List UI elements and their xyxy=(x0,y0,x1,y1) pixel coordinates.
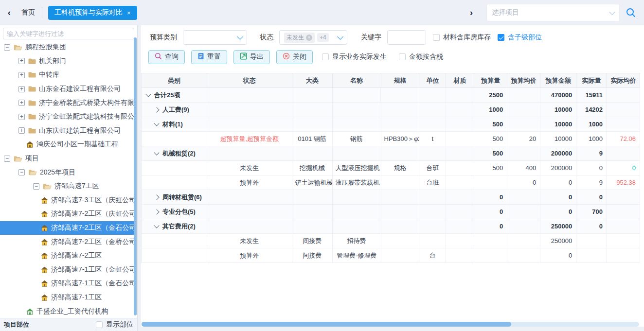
group-row[interactable]: 合计25项250047000015911 xyxy=(142,88,640,103)
tree-item[interactable]: −项目 xyxy=(0,152,134,166)
sidebar-footer: 项目部位 显示部位 xyxy=(0,318,137,331)
close-button[interactable]: 关闭 xyxy=(276,50,313,64)
expand-icon[interactable]: + xyxy=(18,86,25,92)
group-row[interactable]: 机械租赁(2)5002000009 xyxy=(142,146,640,161)
tree-item[interactable]: 千盛企业_工资代付机构 xyxy=(0,304,134,317)
tree-item[interactable]: 济邹高速7-2工区 xyxy=(0,249,134,263)
tree-scrollbar[interactable] xyxy=(134,37,137,315)
group-row[interactable]: 人工费(9)10001000014202 xyxy=(142,103,640,117)
tree-item[interactable]: +山东金石建设工程有限公司 xyxy=(0,82,134,96)
tab-close-icon[interactable]: × xyxy=(127,9,131,17)
export-button[interactable]: 导出 xyxy=(233,50,270,64)
tab-active-budget-comparison[interactable]: 工料机预算与实际对比 × xyxy=(48,6,137,20)
tree-item[interactable]: −2025年项目 xyxy=(0,165,134,179)
nav-back-icon[interactable]: ‹ xyxy=(4,7,15,18)
column-header-category[interactable]: 类别 xyxy=(142,73,207,88)
search-icon[interactable] xyxy=(626,7,636,18)
tag-close-icon[interactable]: × xyxy=(306,35,312,41)
tree-item[interactable]: +中转库 xyxy=(0,68,134,82)
table-row[interactable]: 预算外铲土运输机械液压履带装载机台班009952.38 xyxy=(142,175,640,190)
collapse-row-icon[interactable] xyxy=(145,91,151,97)
expand-row-icon[interactable] xyxy=(154,209,159,214)
column-header-budgetQty[interactable]: 预算量 xyxy=(474,73,507,88)
tree-item[interactable]: 济邹高速7-2工区（庆虹公司） xyxy=(0,207,134,221)
collapse-icon[interactable]: − xyxy=(4,44,10,51)
column-header-budgetPrice[interactable]: 预算均价 xyxy=(507,73,540,88)
tree-item[interactable]: 济邹高速7-1工区 xyxy=(0,291,134,305)
expand-row-icon[interactable] xyxy=(154,194,159,200)
column-header-majorClass[interactable]: 大类 xyxy=(292,73,333,88)
tree-item[interactable]: 济邹高速7-1工区（金石公司） xyxy=(0,277,134,291)
group-row[interactable]: 周转材租赁(6)000 xyxy=(142,190,640,205)
material-stock-checkbox[interactable] xyxy=(433,34,440,41)
amount-with-tax-checkbox[interactable] xyxy=(399,53,406,60)
collapse-icon[interactable]: − xyxy=(33,183,39,190)
show-parts-checkbox[interactable] xyxy=(96,321,103,328)
reset-button[interactable]: 重置 xyxy=(191,50,227,64)
column-header-budgetAmount[interactable]: 预算金额 xyxy=(540,73,576,88)
status-select[interactable]: 未发生 × +4 xyxy=(279,30,347,45)
column-header-status[interactable]: 状态 xyxy=(207,73,292,88)
cell-unit: 台 xyxy=(419,248,446,263)
expand-row-icon[interactable] xyxy=(154,107,159,112)
column-header-name[interactable]: 名称 xyxy=(333,73,381,88)
column-header-actualPrice[interactable]: 实际均价 xyxy=(607,73,640,88)
tree-item-label: 鹏程控股集团 xyxy=(25,43,66,52)
tree-item[interactable]: 济邹高速7-2工区（金桥公司） xyxy=(0,235,134,249)
budget-category-select[interactable] xyxy=(183,30,247,45)
group-row[interactable]: 材料(1)500100001000 xyxy=(142,117,640,132)
expand-icon[interactable]: + xyxy=(18,127,25,134)
panel-splitter[interactable] xyxy=(138,25,141,331)
query-button[interactable]: 查询 xyxy=(148,50,185,64)
horizontal-scrollbar-thumb[interactable] xyxy=(142,322,511,327)
tree-item-label: 济邹高速7-3工区（庆虹公司） xyxy=(51,196,134,205)
tree-item[interactable]: +济宁金虹装配式建筑科技有限公司 xyxy=(0,110,134,124)
tree-item[interactable]: 济邹高速7-2工区（金石公司） xyxy=(0,221,134,235)
collapse-row-icon[interactable] xyxy=(154,223,159,228)
column-header-spec[interactable]: 规格 xyxy=(381,73,420,88)
tree-item[interactable]: −济邹高速7工区 xyxy=(0,179,134,193)
tree-item[interactable]: −鹏程控股集团 xyxy=(0,40,134,54)
collapse-row-icon[interactable] xyxy=(154,121,159,126)
expand-icon[interactable]: + xyxy=(18,114,25,120)
cell-status: 未发生 xyxy=(207,161,292,175)
table-row[interactable]: 预算外间接费管理费-修理费台0 xyxy=(142,248,640,263)
table-row[interactable]: 未发生间接费招待费250000 xyxy=(142,234,640,248)
cell-budgetPrice xyxy=(507,248,540,263)
expand-icon[interactable]: + xyxy=(18,100,25,106)
column-header-unit[interactable]: 单位 xyxy=(419,73,446,88)
column-header-material[interactable]: 材质 xyxy=(446,73,474,88)
tab-home[interactable]: 首页 xyxy=(21,8,35,17)
cell-majorClass xyxy=(292,146,333,161)
cell-budgetPrice: 20 xyxy=(507,132,540,146)
collapse-icon[interactable]: − xyxy=(18,169,25,175)
show-business-actual-checkbox[interactable] xyxy=(322,53,329,60)
cell-actualQty: 1000 xyxy=(576,117,607,132)
group-row[interactable]: 专业分包(5)00700 xyxy=(142,205,640,219)
horizontal-scrollbar-track[interactable] xyxy=(142,322,639,327)
nav-forward-icon[interactable]: › xyxy=(466,7,477,18)
expand-icon[interactable]: + xyxy=(18,72,25,78)
project-select[interactable]: 选择项目 xyxy=(486,4,620,21)
cell-spec xyxy=(381,175,420,190)
table-header-row: 类别状态大类名称规格单位材质预算量预算均价预算金额实际量实际均价 xyxy=(142,73,640,88)
expand-icon[interactable]: + xyxy=(18,58,25,64)
collapse-row-icon[interactable] xyxy=(154,150,159,155)
column-header-actualQty[interactable]: 实际量 xyxy=(576,73,607,88)
tree-item[interactable]: 鸿庆公司小区一期基础工程 xyxy=(0,138,134,152)
tree-filter-input[interactable] xyxy=(3,28,134,39)
include-sub-parts-checkbox[interactable] xyxy=(498,34,504,41)
house-icon xyxy=(41,294,48,301)
group-row[interactable]: 其它费用(2)02500000 xyxy=(142,219,640,234)
tree-item[interactable]: 济邹高速7-1工区（金虹公司） xyxy=(0,263,134,277)
tree-item-label: 中转库 xyxy=(39,70,59,79)
collapse-icon[interactable]: − xyxy=(4,156,10,162)
tree-item[interactable]: +机关部门 xyxy=(0,54,134,69)
tree-item[interactable]: +济宁金桥装配式桥梁大构件有限公 xyxy=(0,96,134,110)
table-row[interactable]: 超预算量,超预算金额0101 钢筋钢筋HPB300＞φ2t50020100001… xyxy=(142,132,640,146)
house-icon xyxy=(41,225,48,231)
table-row[interactable]: 未发生挖掘机械大型液压挖掘机规格台班50040020000000 xyxy=(142,161,640,175)
tree-item[interactable]: 济邹高速7-3工区（庆虹公司） xyxy=(0,193,134,208)
tree-item[interactable]: +山东庆虹建筑工程有限公司 xyxy=(0,124,134,138)
keyword-input[interactable] xyxy=(387,30,426,45)
